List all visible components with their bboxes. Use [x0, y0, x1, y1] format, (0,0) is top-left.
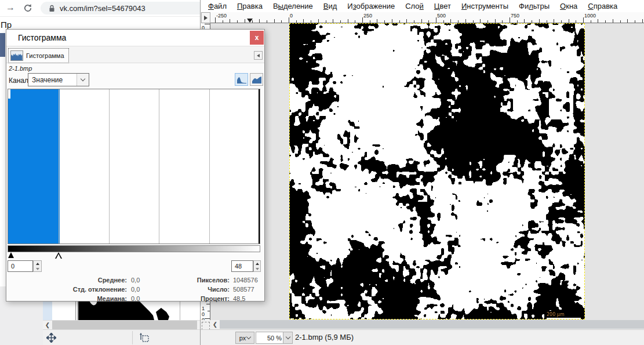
stats-row: Среднее:0,0Пикселов:1048576: [6, 277, 264, 285]
url-text: vk.com/im?sel=54679043: [60, 4, 145, 13]
ruler-tick: [510, 17, 510, 23]
menu-item-2[interactable]: Выделение: [268, 1, 318, 12]
channel-select[interactable]: Значение: [28, 73, 89, 86]
canvas-viewport[interactable]: [210, 23, 644, 320]
channel-dropdown-button[interactable]: [77, 74, 89, 86]
range-low-spinner[interactable]: [33, 260, 42, 272]
menu-item-7[interactable]: Инструменты: [456, 1, 514, 12]
low-range-marker[interactable]: [8, 252, 14, 258]
menu-item-9[interactable]: Окна: [555, 1, 583, 12]
range-high-spinner[interactable]: [253, 260, 261, 272]
ruler-tick: [591, 20, 591, 23]
scroll-left-arrow[interactable]: ❮: [210, 320, 220, 329]
ruler-label: 0: [202, 317, 205, 320]
stat-value: 0,0: [131, 286, 140, 293]
menu-item-10[interactable]: Справка: [583, 1, 623, 12]
unit-value: px: [239, 335, 246, 342]
stat-label: Медиана:: [6, 295, 127, 302]
range-high-input[interactable]: 48: [231, 260, 253, 272]
value-255-spike: [259, 89, 260, 244]
gridline: [159, 89, 159, 244]
ruler-label: 500: [437, 13, 446, 19]
dialog-image-filename: 2-1.bmp: [9, 65, 32, 72]
spin-up-icon[interactable]: [256, 263, 259, 265]
main-horizontal-scrollbar[interactable]: ❮: [210, 320, 644, 329]
ruler-label: 0: [202, 311, 205, 317]
menu-item-8[interactable]: Фильтры: [514, 1, 555, 12]
quickmask-toggle-icon[interactable]: [202, 322, 210, 330]
ruler-tick: [539, 19, 540, 23]
menu-item-6[interactable]: Цвет: [429, 1, 456, 12]
scrollbar-thumb[interactable]: [220, 320, 644, 329]
spin-down-icon[interactable]: [36, 268, 39, 270]
ruler-tick: [517, 20, 518, 23]
linear-histogram-button[interactable]: [235, 73, 248, 86]
histogram-plot[interactable]: [8, 89, 260, 244]
stat-value: 0,0: [131, 295, 140, 302]
statistics-area: Среднее:0,0Пикселов:1048576Стд. отклонен…: [6, 277, 264, 302]
ruler-corner-menu-button[interactable]: [201, 12, 210, 23]
zoom-dropdown-button[interactable]: [283, 332, 292, 343]
plot-notch: [8, 89, 10, 99]
spin-down-icon[interactable]: [256, 268, 259, 270]
ruler-tick: [635, 20, 635, 23]
channel-value: Значение: [28, 76, 77, 84]
window-statusbar: [43, 329, 200, 345]
menu-item-3[interactable]: Вид: [318, 1, 343, 12]
log-histogram-icon: [252, 76, 261, 83]
ruler-tick: [495, 19, 496, 23]
gridline: [109, 89, 110, 244]
reload-icon[interactable]: [23, 3, 32, 13]
ruler-tick: [311, 20, 311, 23]
scroll-left-arrow[interactable]: ❮: [43, 321, 52, 329]
ruler-tick: [576, 20, 576, 23]
ruler-tick: [428, 20, 429, 23]
ruler-tick: [458, 20, 459, 23]
menu-item-4[interactable]: Изображение: [342, 1, 400, 12]
stat-label: Процент:: [148, 295, 230, 302]
tab-menu-button[interactable]: [254, 51, 263, 60]
move-tool-icon[interactable]: [46, 333, 56, 343]
menu-item-1[interactable]: Правка: [232, 1, 268, 12]
zoom-select[interactable]: 50 %: [256, 332, 293, 344]
back-icon[interactable]: →: [6, 3, 15, 12]
linear-histogram-icon: [237, 76, 246, 83]
ruler-tick: [642, 19, 643, 23]
menu-item-5[interactable]: Слой: [400, 1, 429, 12]
url-bar[interactable]: vk.com/im?sel=54679043: [41, 2, 200, 14]
ruler-tick: [613, 19, 613, 23]
ruler-tick: [561, 20, 562, 23]
image-area[interactable]: [289, 23, 585, 319]
dialog-titlebar[interactable]: Гистограмма x: [6, 30, 264, 46]
tab-histogram[interactable]: Гистограмма: [8, 48, 69, 63]
scrollbar-thumb[interactable]: [52, 321, 197, 329]
stats-row: Стд. отклонение:0,0Число:508577: [6, 286, 264, 294]
horizontal-scrollbar[interactable]: ❮: [43, 320, 200, 330]
play-icon: [204, 16, 208, 20]
close-button[interactable]: x: [250, 31, 264, 45]
ruler-tick: [450, 19, 451, 23]
ruler-tick: [465, 19, 466, 23]
gridline: [59, 89, 59, 244]
ruler-tick: [296, 20, 297, 23]
ruler-tick: [524, 19, 525, 23]
ruler-tick: [605, 20, 606, 23]
shrink-wrap-icon[interactable]: [139, 333, 150, 343]
ruler-tick: [362, 17, 363, 23]
ruler-tick: [348, 19, 348, 23]
ruler-tick: [406, 19, 407, 23]
log-histogram-button[interactable]: [250, 73, 263, 86]
unit-select[interactable]: px: [235, 332, 254, 344]
high-range-marker[interactable]: [55, 252, 62, 259]
ruler-tick: [326, 20, 326, 23]
range-low-input[interactable]: 0: [8, 260, 33, 272]
stat-label: Пикселов:: [148, 277, 230, 284]
spin-up-icon[interactable]: [36, 263, 39, 265]
ruler-tick: [627, 19, 628, 23]
gridline: [209, 89, 210, 244]
lock-icon: [49, 5, 55, 12]
stat-value: 48,5: [233, 295, 245, 302]
stat-value: 508577: [233, 286, 254, 293]
stat-label: Среднее:: [6, 277, 127, 284]
menu-item-0[interactable]: Файл: [203, 1, 232, 12]
